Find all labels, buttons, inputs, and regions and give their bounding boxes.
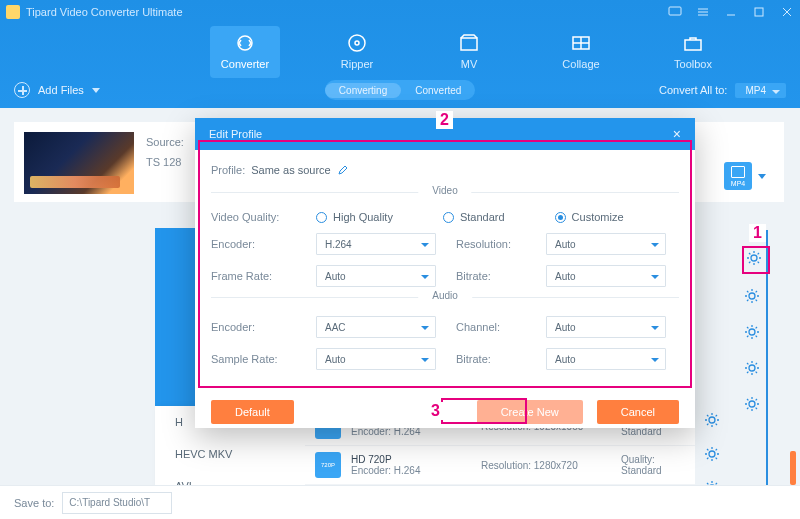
radio-icon	[316, 212, 327, 223]
default-button[interactable]: Default	[211, 400, 294, 424]
audio-bitrate-label: Bitrate:	[456, 353, 526, 365]
gear-icon[interactable]	[746, 250, 762, 266]
svg-point-2	[238, 36, 252, 50]
target-format-badge[interactable]: MP4	[724, 162, 752, 190]
svg-point-9	[709, 451, 715, 457]
svg-point-12	[749, 329, 755, 335]
svg-point-4	[355, 41, 359, 45]
ripper-icon	[346, 32, 368, 54]
tab-converter-label: Converter	[221, 58, 269, 70]
close-icon[interactable]: ×	[673, 126, 681, 142]
dialog-title: Edit Profile	[209, 128, 262, 140]
mv-icon	[458, 32, 480, 54]
save-path-input[interactable]: C:\Tipard Studio\T	[62, 492, 172, 514]
tab-mv-label: MV	[461, 58, 478, 70]
tab-collage[interactable]: Collage	[546, 26, 616, 78]
add-files-label: Add Files	[38, 84, 84, 96]
menu-icon[interactable]	[696, 5, 710, 19]
tab-ripper[interactable]: Ripper	[322, 26, 392, 78]
minimize-icon[interactable]	[724, 5, 738, 19]
video-bitrate-label: Bitrate:	[456, 270, 526, 282]
annotation-number: 3	[427, 402, 444, 420]
format-row[interactable]: 720P HD 720PEncoder: H.264 Resolution: 1…	[305, 445, 695, 484]
format-quality: Quality: Standard	[621, 454, 685, 476]
sample-rate-select[interactable]: Auto	[316, 348, 436, 370]
gear-icon[interactable]	[704, 412, 720, 428]
converter-icon	[234, 32, 256, 54]
save-to-label: Save to:	[14, 497, 54, 509]
video-bitrate-select[interactable]: Auto	[546, 265, 666, 287]
resolution-select[interactable]: Auto	[546, 233, 666, 255]
format-gear-column	[700, 406, 724, 496]
title-bar: Tipard Video Converter Ultimate	[0, 0, 800, 24]
chevron-down-icon	[92, 88, 100, 93]
toolbox-icon	[682, 32, 704, 54]
subtab-converted[interactable]: Converted	[401, 83, 475, 98]
gear-icon[interactable]	[744, 396, 760, 412]
cancel-button[interactable]: Cancel	[597, 400, 679, 424]
svg-point-3	[349, 35, 365, 51]
annotation-number: 2	[436, 111, 453, 129]
create-new-button[interactable]: Create New	[477, 400, 583, 424]
convert-button-edge[interactable]	[790, 451, 796, 485]
channel-select[interactable]: Auto	[546, 316, 666, 338]
gear-icon[interactable]	[744, 324, 760, 340]
main-tabs: Converter Ripper MV Collage Toolbox	[0, 24, 800, 78]
source-meta: TS 128	[146, 156, 184, 168]
profile-value: Same as source	[251, 164, 330, 176]
plus-icon	[14, 82, 30, 98]
video-section-label: Video	[418, 185, 471, 196]
source-label: Source:	[146, 136, 184, 148]
radio-standard[interactable]: Standard	[443, 211, 505, 223]
gear-icon[interactable]	[704, 446, 720, 462]
format-title: HD 720P	[351, 454, 471, 465]
radio-icon	[555, 212, 566, 223]
sub-tabs: Converting Converted	[325, 80, 476, 100]
tab-toolbox-label: Toolbox	[674, 58, 712, 70]
video-encoder-label: Encoder:	[211, 238, 296, 250]
pencil-icon[interactable]	[337, 164, 349, 176]
frame-rate-label: Frame Rate:	[211, 270, 296, 282]
tab-ripper-label: Ripper	[341, 58, 373, 70]
subtab-converting[interactable]: Converting	[325, 83, 401, 98]
tab-toolbox[interactable]: Toolbox	[658, 26, 728, 78]
app-logo-icon	[6, 5, 20, 19]
audio-encoder-label: Encoder:	[211, 321, 296, 333]
format-encoder: Encoder: H.264	[351, 465, 471, 476]
radio-customize[interactable]: Customize	[555, 211, 624, 223]
radio-high-quality[interactable]: High Quality	[316, 211, 393, 223]
profile-label: Profile:	[211, 164, 245, 176]
edit-profile-dialog: Edit Profile × Profile: Same as source V…	[195, 118, 695, 428]
tab-mv[interactable]: MV	[434, 26, 504, 78]
audio-section-label: Audio	[418, 290, 472, 301]
sub-bar: Add Files Converting Converted Convert A…	[0, 78, 800, 102]
right-gear-column	[744, 288, 760, 412]
convert-all-label: Convert All to:	[659, 84, 727, 96]
maximize-icon[interactable]	[752, 5, 766, 19]
video-encoder-select[interactable]: H.264	[316, 233, 436, 255]
svg-rect-5	[461, 38, 477, 50]
annotation-number: 1	[749, 224, 766, 242]
category-item[interactable]: HEVC MKV	[155, 438, 305, 470]
collage-icon	[570, 32, 592, 54]
chevron-down-icon[interactable]	[758, 174, 766, 179]
video-quality-label: Video Quality:	[211, 211, 296, 223]
close-icon[interactable]	[780, 5, 794, 19]
save-bar: Save to: C:\Tipard Studio\T	[0, 485, 800, 519]
sample-rate-label: Sample Rate:	[211, 353, 296, 365]
feedback-icon[interactable]	[668, 5, 682, 19]
frame-rate-select[interactable]: Auto	[316, 265, 436, 287]
gear-icon[interactable]	[744, 288, 760, 304]
audio-encoder-select[interactable]: AAC	[316, 316, 436, 338]
svg-point-15	[751, 255, 757, 261]
gear-icon[interactable]	[744, 360, 760, 376]
audio-bitrate-select[interactable]: Auto	[546, 348, 666, 370]
channel-label: Channel:	[456, 321, 526, 333]
tab-collage-label: Collage	[562, 58, 599, 70]
source-thumbnail[interactable]	[24, 132, 134, 194]
format-resolution: Resolution: 1280x720	[481, 460, 611, 471]
convert-all-format-select[interactable]: MP4	[735, 83, 786, 98]
svg-point-8	[709, 417, 715, 423]
add-files-button[interactable]: Add Files	[14, 82, 100, 98]
tab-converter[interactable]: Converter	[210, 26, 280, 78]
